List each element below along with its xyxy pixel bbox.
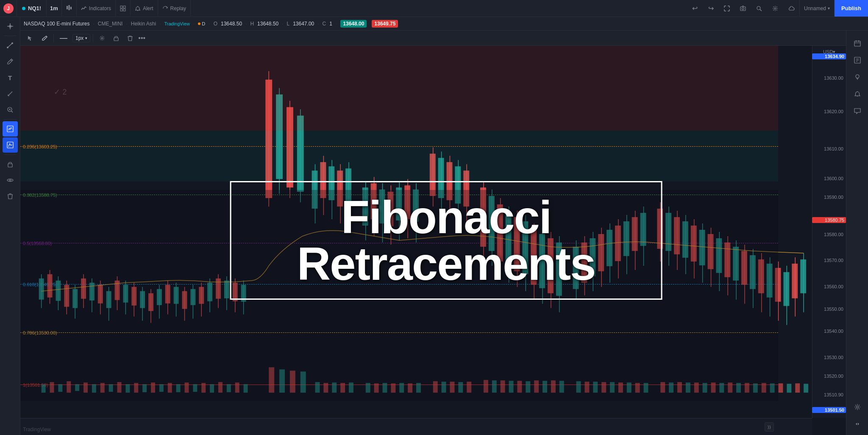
svg-rect-158 xyxy=(665,213,671,251)
svg-rect-222 xyxy=(332,382,337,393)
line-color-button[interactable]: — xyxy=(56,32,71,44)
svg-rect-223 xyxy=(340,383,345,393)
measure-tool[interactable] xyxy=(3,86,18,101)
draw-lock-button[interactable] xyxy=(110,32,122,44)
svg-rect-166 xyxy=(699,230,705,265)
svg-rect-170 xyxy=(716,238,722,273)
svg-rect-16 xyxy=(7,142,13,148)
trendline-tool[interactable] xyxy=(3,38,18,53)
eye-tool[interactable] xyxy=(3,173,18,188)
indicators-button[interactable]: Indicators xyxy=(77,0,116,17)
svg-rect-182 xyxy=(767,264,773,298)
svg-rect-231 xyxy=(416,383,421,393)
chevron-down-icon: ▾ xyxy=(828,6,830,11)
brush-icon xyxy=(42,35,47,41)
alerts-button[interactable] xyxy=(850,86,865,102)
svg-rect-62 xyxy=(190,289,195,305)
replay-button[interactable]: Replay xyxy=(158,0,191,17)
svg-rect-242 xyxy=(526,381,530,393)
draw-more-button[interactable]: ••• xyxy=(138,34,145,42)
svg-rect-188 xyxy=(792,264,798,298)
indicators-panel-icon xyxy=(7,125,14,132)
svg-rect-234 xyxy=(450,382,454,393)
text-tool[interactable]: T xyxy=(3,70,18,85)
svg-rect-4 xyxy=(123,6,125,8)
chart-type-icon xyxy=(66,5,72,12)
svg-rect-224 xyxy=(349,382,353,393)
svg-rect-56 xyxy=(165,285,170,304)
price-13560: 13560.00 xyxy=(812,284,846,289)
snapshot-icon xyxy=(740,6,746,11)
fullscreen-button[interactable] xyxy=(719,0,735,17)
ideas-button[interactable] xyxy=(850,70,865,85)
svg-rect-259 xyxy=(686,382,690,393)
svg-rect-228 xyxy=(391,383,395,393)
candle-group-left xyxy=(39,270,246,323)
svg-rect-219 xyxy=(300,371,306,393)
pen-icon xyxy=(7,58,14,65)
redo-button[interactable]: ↪ xyxy=(703,0,719,17)
cursor-draw-button[interactable] xyxy=(24,32,36,44)
svg-point-10 xyxy=(774,8,776,9)
alert-button[interactable]: Alert xyxy=(131,0,158,17)
svg-rect-200 xyxy=(117,382,122,393)
svg-rect-42 xyxy=(106,291,111,308)
svg-rect-271 xyxy=(787,384,791,393)
svg-rect-273 xyxy=(804,384,808,393)
interval-button[interactable]: 1m xyxy=(47,0,62,17)
cloud-button[interactable] xyxy=(783,0,799,17)
drawing-panel-tool[interactable] xyxy=(3,137,18,153)
publish-button[interactable]: Publish xyxy=(835,0,868,17)
line-width-selector[interactable]: 1px ▾ xyxy=(72,34,90,42)
chat-button[interactable] xyxy=(850,103,865,119)
indicators-panel-tool[interactable] xyxy=(3,121,18,137)
chart-area[interactable]: 0.236(13603.25) 0.382(13588.75) 0.5(1356… xyxy=(20,46,846,435)
snapshot-button[interactable] xyxy=(735,0,751,17)
svg-rect-257 xyxy=(669,382,673,393)
svg-rect-40 xyxy=(98,285,103,304)
svg-rect-60 xyxy=(182,291,187,309)
draw-settings-button[interactable] xyxy=(96,32,108,44)
svg-rect-250 xyxy=(601,382,606,393)
draw-separator-1 xyxy=(53,34,54,42)
svg-point-13 xyxy=(11,42,13,44)
symbol-selector[interactable]: NQ1! xyxy=(17,0,47,17)
chat-icon xyxy=(854,108,861,114)
svg-rect-199 xyxy=(109,384,113,392)
right-gear-icon xyxy=(854,404,861,410)
svg-rect-196 xyxy=(83,382,88,393)
time-expand-btn[interactable]: ⟩⟩ xyxy=(765,422,774,432)
svg-rect-241 xyxy=(517,381,522,393)
svg-rect-240 xyxy=(509,381,514,393)
logo[interactable]: J xyxy=(0,0,17,17)
price-13600: 13600.00 xyxy=(812,176,846,181)
pen-tool[interactable] xyxy=(3,54,18,69)
svg-rect-191 xyxy=(42,384,46,393)
undo-button[interactable]: ↩ xyxy=(687,0,703,17)
svg-rect-218 xyxy=(290,371,295,393)
price-13610: 13610.00 xyxy=(812,146,846,151)
svg-rect-208 xyxy=(185,382,189,393)
svg-rect-197 xyxy=(92,384,96,393)
fullscreen-icon xyxy=(724,6,730,11)
search-button[interactable] xyxy=(751,0,767,17)
right-settings-button[interactable] xyxy=(850,399,865,415)
chart-type-button[interactable] xyxy=(62,0,77,17)
brush-draw-button[interactable] xyxy=(38,32,51,44)
source-label: TradingView xyxy=(164,21,190,26)
gear-button[interactable] xyxy=(767,0,783,17)
layout-name-button[interactable]: Unnamed ▾ xyxy=(799,0,835,17)
svg-rect-32 xyxy=(64,285,69,307)
zoom-tool[interactable] xyxy=(3,102,18,117)
right-resize-button[interactable] xyxy=(850,416,865,432)
tradingview-watermark: TradingView xyxy=(23,427,51,432)
svg-rect-184 xyxy=(775,268,781,302)
divider-3 xyxy=(4,154,17,155)
layout-button[interactable] xyxy=(116,0,131,17)
data-window-button[interactable] xyxy=(850,53,865,68)
calendar-button[interactable] xyxy=(850,36,865,51)
trash-tool[interactable] xyxy=(3,189,18,204)
lock-tool[interactable] xyxy=(3,156,18,172)
draw-delete-button[interactable] xyxy=(124,32,136,44)
crosshair-tool[interactable] xyxy=(3,19,18,34)
